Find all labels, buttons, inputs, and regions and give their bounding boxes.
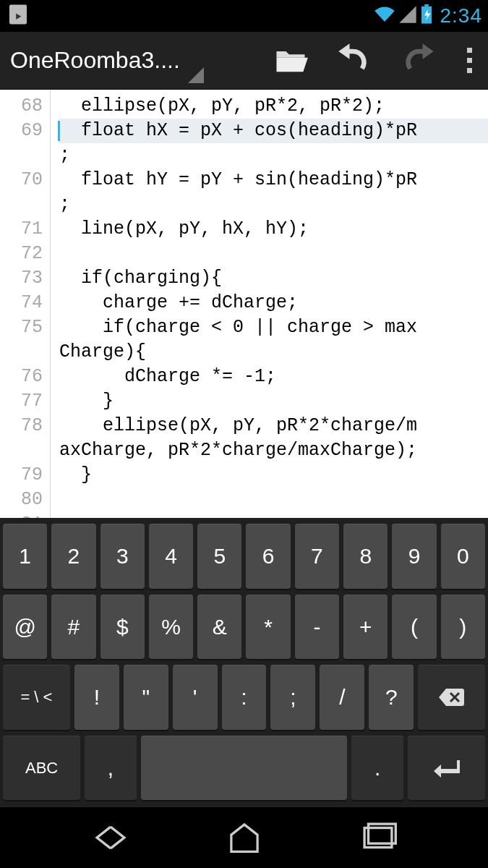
line-number: 78 (0, 414, 43, 438)
redo-button[interactable] (393, 39, 443, 82)
line-number (0, 143, 43, 168)
key-dquote[interactable]: " (124, 665, 168, 730)
code-line[interactable]: float hX = pX + cos(heading)*pR (59, 119, 488, 143)
app-bar: OneRoomba3.... (0, 32, 488, 90)
key-sym-3[interactable]: % (149, 595, 193, 660)
line-number: 68 (0, 94, 43, 119)
key-sym-4[interactable]: & (197, 595, 241, 660)
key-symbols-shift[interactable]: = \ < (3, 665, 70, 730)
key-squote[interactable]: ' (173, 665, 218, 730)
line-number: 72 (0, 242, 43, 266)
code-editor[interactable]: 6869707172737475767778798081 ellipse(pX,… (0, 90, 488, 518)
key-sym-5[interactable]: * (246, 595, 290, 660)
nav-home-button[interactable] (215, 816, 273, 859)
code-line[interactable]: line(pX, pY, hX, hY); (59, 217, 488, 242)
key-comma[interactable]: , (85, 736, 136, 801)
signal-icon (398, 5, 417, 27)
open-folder-button[interactable] (265, 39, 316, 82)
line-number (0, 340, 43, 365)
code-line[interactable]: ellipse(pX, pY, pR*2, pR*2); (59, 94, 488, 119)
code-area[interactable]: ellipse(pX, pY, pR*2, pR*2); float hX = … (51, 90, 488, 518)
code-line[interactable]: ellipse(pX, pY, pR*2*charge/m (59, 414, 488, 438)
overflow-menu-button[interactable] (456, 48, 482, 73)
code-line[interactable]: axCharge, pR*2*charge/maxCharge); (59, 438, 488, 463)
spinner-corner-icon (188, 67, 204, 83)
line-number: 73 (0, 266, 43, 291)
key-space[interactable] (141, 736, 348, 801)
play-store-icon (6, 2, 30, 30)
key-mode-abc[interactable]: ABC (3, 736, 80, 801)
code-line[interactable]: } (59, 463, 488, 488)
key-num-2[interactable]: 3 (100, 524, 145, 589)
key-num-9[interactable]: 0 (441, 524, 485, 589)
line-number: 70 (0, 168, 43, 192)
line-number: 74 (0, 291, 43, 315)
key-backspace[interactable] (418, 665, 485, 730)
code-line[interactable] (59, 242, 488, 266)
key-sym-9[interactable]: ) (441, 595, 485, 660)
line-number (0, 192, 43, 217)
line-number: 81 (0, 512, 43, 518)
key-sym-0[interactable]: @ (3, 595, 47, 660)
key-excl[interactable]: ! (74, 665, 119, 730)
key-num-5[interactable]: 6 (246, 524, 290, 589)
key-sym-7[interactable]: + (343, 595, 388, 660)
key-sym-2[interactable]: $ (100, 595, 145, 660)
status-time: 2:34 (440, 4, 483, 27)
line-number: 80 (0, 488, 43, 512)
key-question[interactable]: ? (369, 665, 414, 730)
code-line[interactable]: dCharge *= -1; (59, 365, 488, 389)
key-num-0[interactable]: 1 (3, 524, 47, 589)
key-period[interactable]: . (351, 736, 403, 801)
key-sym-8[interactable]: ( (392, 595, 436, 660)
key-sym-6[interactable]: - (295, 595, 339, 660)
code-line[interactable]: } (59, 389, 488, 414)
nav-recent-button[interactable] (349, 816, 407, 859)
text-cursor (58, 121, 60, 141)
key-num-6[interactable]: 7 (295, 524, 339, 589)
code-line[interactable] (59, 488, 488, 512)
line-number: 69 (0, 119, 43, 143)
wifi-icon (374, 5, 395, 27)
code-line[interactable] (59, 512, 488, 518)
code-line[interactable]: charge += dCharge; (59, 291, 488, 315)
app-title: OneRoomba3.... (10, 47, 191, 74)
system-nav-bar (0, 807, 488, 868)
code-line[interactable]: float hY = pY + sin(heading)*pR (59, 168, 488, 192)
line-number: 75 (0, 315, 43, 340)
key-num-7[interactable]: 8 (343, 524, 388, 589)
battery-charging-icon (420, 4, 433, 27)
line-number-gutter: 6869707172737475767778798081 (0, 90, 51, 518)
key-num-1[interactable]: 2 (51, 524, 95, 589)
code-line[interactable]: if(charge < 0 || charge > max (59, 315, 488, 340)
status-bar: 2:34 (0, 0, 488, 32)
line-number: 71 (0, 217, 43, 242)
code-line[interactable]: ; (59, 143, 488, 168)
key-slash[interactable]: / (320, 665, 364, 730)
key-num-8[interactable]: 9 (392, 524, 436, 589)
key-num-4[interactable]: 5 (197, 524, 241, 589)
svg-rect-2 (424, 4, 429, 7)
key-colon[interactable]: : (222, 665, 267, 730)
code-line[interactable]: ; (59, 192, 488, 217)
line-number: 79 (0, 463, 43, 488)
line-number: 76 (0, 365, 43, 389)
key-num-3[interactable]: 4 (149, 524, 193, 589)
key-semicolon[interactable]: ; (270, 665, 315, 730)
soft-keyboard: 1234567890 @#$%&*-+() = \ < ! " ' : ; / … (0, 518, 488, 807)
key-enter[interactable] (408, 736, 485, 801)
line-number: 77 (0, 389, 43, 414)
code-line[interactable]: if(charging){ (59, 266, 488, 291)
key-sym-1[interactable]: # (51, 595, 95, 660)
nav-back-button[interactable] (82, 816, 140, 859)
code-line[interactable]: Charge){ (59, 340, 488, 365)
undo-button[interactable] (329, 39, 380, 82)
line-number (0, 438, 43, 463)
